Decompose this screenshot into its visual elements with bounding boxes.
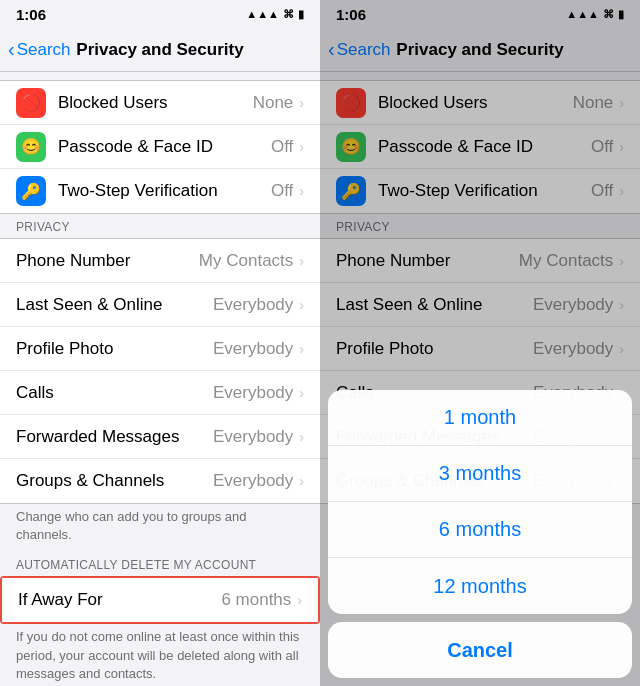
phone-number-chevron-left: › — [299, 253, 304, 269]
passcode-label-left: Passcode & Face ID — [58, 137, 271, 157]
twostep-chevron-left: › — [299, 183, 304, 199]
groups-chevron-left: › — [299, 473, 304, 489]
action-sheet-backdrop[interactable]: 1 month 3 months 6 months 12 months Canc… — [320, 0, 640, 686]
last-seen-chevron-left: › — [299, 297, 304, 313]
last-seen-value-left: Everybody — [213, 295, 293, 315]
calls-chevron-left: › — [299, 385, 304, 401]
forwarded-item-left[interactable]: Forwarded Messages Everybody › — [0, 415, 320, 459]
profile-photo-item-left[interactable]: Profile Photo Everybody › — [0, 327, 320, 371]
option-1-month[interactable]: 1 month — [328, 390, 632, 446]
back-button-left[interactable]: ‹ Search — [8, 38, 71, 61]
top-section-left: 🚫 Blocked Users None › 😊 Passcode & Face… — [0, 80, 320, 214]
forwarded-value-left: Everybody — [213, 427, 293, 447]
auto-delete-section-left: AUTOMATICALLY DELETE MY ACCOUNT If Away … — [0, 552, 320, 686]
forwarded-chevron-left: › — [299, 429, 304, 445]
privacy-note-left: Change who can add you to groups and cha… — [0, 504, 320, 552]
if-away-value-left: 6 months — [221, 590, 291, 610]
action-sheet-cancel-group: Cancel — [328, 622, 632, 678]
twostep-label-left: Two-Step Verification — [58, 181, 271, 201]
groups-value-left: Everybody — [213, 471, 293, 491]
action-sheet-options: 1 month 3 months 6 months 12 months — [328, 390, 632, 614]
calls-item-left[interactable]: Calls Everybody › — [0, 371, 320, 415]
profile-photo-value-left: Everybody — [213, 339, 293, 359]
status-icons-left: ▲▲▲ ⌘ ▮ — [246, 8, 304, 21]
auto-delete-note-left: If you do not come online at least once … — [0, 624, 320, 686]
status-bar-left: 1:06 ▲▲▲ ⌘ ▮ — [0, 0, 320, 28]
left-screen: 1:06 ▲▲▲ ⌘ ▮ ‹ Search Privacy and Securi… — [0, 0, 320, 686]
list-content-left: 🚫 Blocked Users None › 😊 Passcode & Face… — [0, 72, 320, 686]
calls-label-left: Calls — [16, 383, 213, 403]
if-away-label-left: If Away For — [18, 590, 221, 610]
twostep-icon-left: 🔑 — [16, 176, 46, 206]
privacy-group-left: Phone Number My Contacts › Last Seen & O… — [0, 238, 320, 504]
privacy-header-left: PRIVACY — [0, 214, 320, 238]
blocked-users-label-left: Blocked Users — [58, 93, 253, 113]
forwarded-label-left: Forwarded Messages — [16, 427, 213, 447]
profile-photo-chevron-left: › — [299, 341, 304, 357]
action-sheet: 1 month 3 months 6 months 12 months Canc… — [320, 382, 640, 686]
nav-title-left: Privacy and Security — [76, 40, 243, 60]
auto-delete-group-left: If Away For 6 months › — [0, 576, 320, 624]
option-6-months[interactable]: 6 months — [328, 502, 632, 558]
back-chevron-left: ‹ — [8, 38, 15, 61]
signal-icon: ▲▲▲ — [246, 8, 279, 20]
blocked-users-item-left[interactable]: 🚫 Blocked Users None › — [0, 81, 320, 125]
profile-photo-label-left: Profile Photo — [16, 339, 213, 359]
phone-number-item-left[interactable]: Phone Number My Contacts › — [0, 239, 320, 283]
last-seen-label-left: Last Seen & Online — [16, 295, 213, 315]
battery-icon: ▮ — [298, 8, 304, 21]
twostep-item-left[interactable]: 🔑 Two-Step Verification Off › — [0, 169, 320, 213]
passcode-value-left: Off — [271, 137, 293, 157]
option-3-months[interactable]: 3 months — [328, 446, 632, 502]
passcode-item-left[interactable]: 😊 Passcode & Face ID Off › — [0, 125, 320, 169]
nav-bar-left: ‹ Search Privacy and Security — [0, 28, 320, 72]
time-left: 1:06 — [16, 6, 46, 23]
passcode-chevron-left: › — [299, 139, 304, 155]
if-away-chevron-left: › — [297, 592, 302, 608]
back-label-left: Search — [17, 40, 71, 60]
cancel-button[interactable]: Cancel — [328, 622, 632, 678]
auto-delete-header-left: AUTOMATICALLY DELETE MY ACCOUNT — [0, 552, 320, 576]
passcode-icon-left: 😊 — [16, 132, 46, 162]
blocked-users-chevron-left: › — [299, 95, 304, 111]
last-seen-item-left[interactable]: Last Seen & Online Everybody › — [0, 283, 320, 327]
calls-value-left: Everybody — [213, 383, 293, 403]
option-12-months[interactable]: 12 months — [328, 558, 632, 614]
privacy-section-left: PRIVACY Phone Number My Contacts › Last … — [0, 214, 320, 552]
phone-number-value-left: My Contacts — [199, 251, 293, 271]
groups-label-left: Groups & Channels — [16, 471, 213, 491]
wifi-icon: ⌘ — [283, 8, 294, 21]
blocked-users-icon-left: 🚫 — [16, 88, 46, 118]
phone-number-label-left: Phone Number — [16, 251, 199, 271]
twostep-value-left: Off — [271, 181, 293, 201]
if-away-item-left[interactable]: If Away For 6 months › — [2, 578, 318, 622]
blocked-users-value-left: None — [253, 93, 294, 113]
right-screen: 1:06 ▲▲▲ ⌘ ▮ ‹ Search Privacy and Securi… — [320, 0, 640, 686]
groups-item-left[interactable]: Groups & Channels Everybody › — [0, 459, 320, 503]
